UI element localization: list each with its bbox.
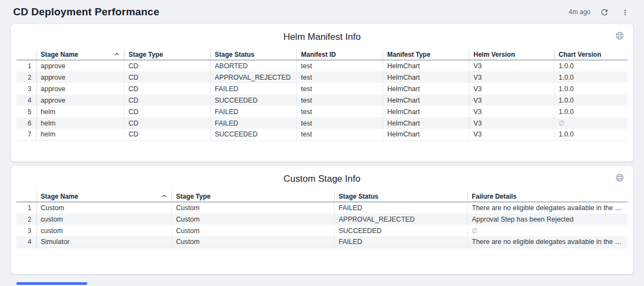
column-header-stage-type[interactable]: Stage Type xyxy=(124,49,210,60)
column-header-stage-status[interactable]: Stage Status xyxy=(210,49,296,60)
cell-chart-version: 1.0.0 xyxy=(554,129,628,140)
row-number-cell: 6 xyxy=(16,117,36,129)
table-row: 5helmCDFAILEDtestHelmChartV31.0.0 xyxy=(16,106,628,117)
page-title: CD Deployment Performance xyxy=(13,6,159,18)
cell-stage-status: FAILED xyxy=(210,106,296,117)
dashboard-page: CD Deployment Performance 4m ago Helm Ma… xyxy=(0,0,644,274)
cell-stage-name: approve xyxy=(36,60,124,72)
cell-stage-status: SUCCEEDED xyxy=(334,225,467,236)
header-actions: 4m ago xyxy=(569,6,631,19)
last-refreshed-label: 4m ago xyxy=(569,8,591,16)
column-header-row: Stage NameStage TypeStage StatusManifest… xyxy=(16,49,628,60)
cell-stage-name: helm xyxy=(36,129,124,140)
globe-icon xyxy=(615,31,624,40)
column-header-label: Manifest Type xyxy=(387,51,431,58)
cell-stage-name: custom xyxy=(36,213,171,225)
cell-stage-type: CD xyxy=(124,106,210,117)
cell-stage-status: APPROVAL_REJECTED xyxy=(210,72,296,83)
cell-chart-version: 1.0.0 xyxy=(554,72,628,83)
column-header-helm-version[interactable]: Helm Version xyxy=(469,49,554,60)
row-number-column-header xyxy=(16,49,36,60)
cell-chart-version: 1.0.0 xyxy=(554,83,628,94)
null-value-symbol: ∅ xyxy=(472,227,478,235)
cell-stage-name: Simulator xyxy=(36,236,171,248)
cell-manifest-type: HelmChart xyxy=(383,94,469,106)
tile-title: Custom Stage Info xyxy=(11,174,633,184)
cell-stage-type: CD xyxy=(124,117,210,129)
cell-helm-version: V3 xyxy=(469,117,554,129)
cell-stage-type: Custom xyxy=(171,236,334,248)
cell-chart-version: ∅ xyxy=(554,117,628,129)
column-header-stage-status[interactable]: Stage Status xyxy=(334,191,467,202)
cell-stage-name: custom xyxy=(36,225,171,236)
cell-stage-name: helm xyxy=(36,106,124,117)
cell-manifest-type: HelmChart xyxy=(383,117,469,129)
kebab-menu-button[interactable] xyxy=(619,7,631,18)
table-row: 4approveCDSUCCEEDEDtestHelmChartV31.0.0 xyxy=(16,94,628,106)
cell-helm-version: V3 xyxy=(469,129,554,140)
cell-manifest-id: test xyxy=(296,83,383,94)
horizontal-scrollbar-thumb[interactable] xyxy=(16,282,87,285)
cell-stage-type: Custom xyxy=(171,213,334,225)
column-header-stage-name[interactable]: Stage Name xyxy=(36,49,124,60)
cell-stage-type: CD xyxy=(124,72,210,83)
cell-stage-status: SUCCEEDED xyxy=(210,94,296,106)
cell-stage-status: FAILED xyxy=(210,117,296,129)
cell-stage-status: FAILED xyxy=(334,202,467,213)
refresh-icon xyxy=(600,8,609,17)
tile-helm-manifest-info: Helm Manifest Info Stage NameStage TypeS… xyxy=(11,24,633,162)
row-number-cell: 5 xyxy=(16,106,36,117)
column-header-label: Stage Name xyxy=(41,193,79,200)
cell-stage-type: Custom xyxy=(171,225,334,236)
null-value-symbol: ∅ xyxy=(559,120,564,127)
column-header-failure-details[interactable]: Failure Details xyxy=(467,191,628,202)
tile-custom-stage-info: Custom Stage Info Stage NameStage TypeSt… xyxy=(11,166,633,274)
tile-header: Custom Stage Info xyxy=(11,166,633,191)
cell-manifest-id: test xyxy=(296,117,383,129)
cell-helm-version: V3 xyxy=(469,106,554,117)
table-row: 6helmCDFAILEDtestHelmChartV3∅ xyxy=(16,117,628,129)
column-header-label: Failure Details xyxy=(472,193,517,200)
cell-manifest-type: HelmChart xyxy=(383,106,469,117)
column-header-stage-type[interactable]: Stage Type xyxy=(171,191,334,202)
row-number-cell: 3 xyxy=(16,225,36,236)
row-number-cell: 2 xyxy=(16,72,36,83)
column-header-manifest-id[interactable]: Manifest ID xyxy=(296,49,383,60)
column-header-label: Stage Type xyxy=(129,51,163,58)
row-number-cell: 4 xyxy=(16,236,36,248)
cell-stage-name: approve xyxy=(36,72,124,83)
table-container: Stage NameStage TypeStage StatusFailure … xyxy=(11,191,633,248)
cell-chart-version: 1.0.0 xyxy=(554,60,628,72)
cell-chart-version: 1.0.0 xyxy=(554,94,628,106)
cell-manifest-type: HelmChart xyxy=(383,129,469,140)
row-number-cell: 3 xyxy=(16,83,36,94)
table-row: 7helmCDSUCCEEDEDtestHelmChartV31.0.0 xyxy=(16,129,628,140)
cell-helm-version: V3 xyxy=(469,60,554,72)
helm-manifest-table: Stage NameStage TypeStage StatusManifest… xyxy=(16,49,628,141)
row-number-cell: 4 xyxy=(16,94,36,106)
table-row: 3approveCDFAILEDtestHelmChartV31.0.0 xyxy=(16,83,628,94)
table-row: 4SimulatorCustomFAILEDThere are no eligi… xyxy=(16,236,628,248)
column-header-row: Stage NameStage TypeStage StatusFailure … xyxy=(16,191,628,202)
tile-globe-button[interactable] xyxy=(614,172,625,183)
cell-failure-details: ∅ xyxy=(467,225,628,236)
tile-title: Helm Manifest Info xyxy=(11,32,633,43)
column-header-label: Stage Status xyxy=(215,51,255,58)
column-header-chart-version[interactable]: Chart Version xyxy=(554,49,628,60)
column-header-label: Stage Name xyxy=(41,51,79,58)
cell-stage-status: ABORTED xyxy=(210,60,296,72)
cell-stage-name: helm xyxy=(36,117,124,129)
column-header-stage-name[interactable]: Stage Name xyxy=(36,191,171,202)
column-header-label: Stage Type xyxy=(176,193,211,200)
cell-stage-type: CD xyxy=(124,94,210,106)
cell-stage-name: approve xyxy=(36,94,124,106)
tile-globe-button[interactable] xyxy=(614,30,625,41)
cell-manifest-type: HelmChart xyxy=(383,60,469,72)
column-header-manifest-type[interactable]: Manifest Type xyxy=(383,49,469,60)
table-row: 1CustomCustomFAILEDThere are no eligible… xyxy=(16,202,628,213)
sort-ascending-icon xyxy=(114,52,120,57)
refresh-button[interactable] xyxy=(598,6,611,19)
row-number-cell: 1 xyxy=(16,202,36,213)
cell-stage-type: CD xyxy=(124,60,210,72)
cell-stage-type: CD xyxy=(124,83,210,94)
